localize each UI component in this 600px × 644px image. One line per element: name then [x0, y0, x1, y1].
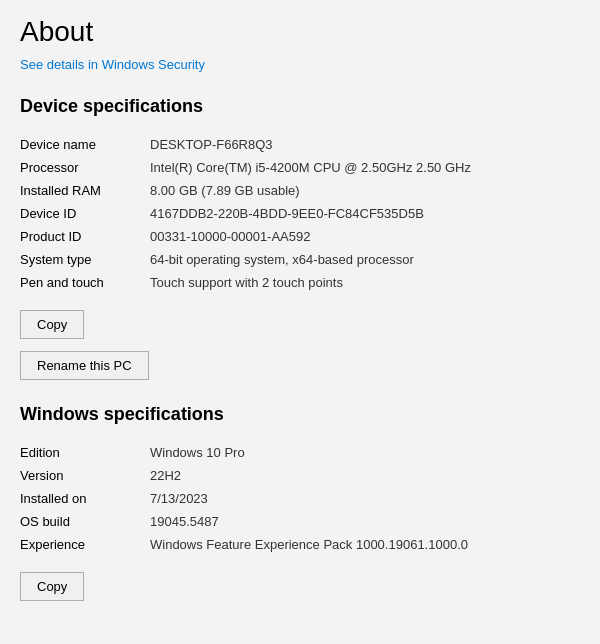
spec-value: 4167DDB2-220B-4BDD-9EE0-FC84CF535D5B — [150, 202, 580, 225]
spec-label: Device name — [20, 133, 150, 156]
spec-value: Windows 10 Pro — [150, 441, 580, 464]
spec-label: Product ID — [20, 225, 150, 248]
spec-label: Installed RAM — [20, 179, 150, 202]
table-row: Device ID 4167DDB2-220B-4BDD-9EE0-FC84CF… — [20, 202, 580, 225]
device-copy-button[interactable]: Copy — [20, 310, 84, 339]
spec-value: 7/13/2023 — [150, 487, 580, 510]
table-row: Pen and touch Touch support with 2 touch… — [20, 271, 580, 294]
spec-value: 64-bit operating system, x64-based proce… — [150, 248, 580, 271]
spec-label: Device ID — [20, 202, 150, 225]
table-row: System type 64-bit operating system, x64… — [20, 248, 580, 271]
windows-specs-title: Windows specifications — [20, 404, 580, 425]
spec-label: Experience — [20, 533, 150, 556]
security-link[interactable]: See details in Windows Security — [20, 57, 205, 72]
table-row: Processor Intel(R) Core(TM) i5-4200M CPU… — [20, 156, 580, 179]
spec-value: 22H2 — [150, 464, 580, 487]
device-specs-table: Device name DESKTOP-F66R8Q3 Processor In… — [20, 133, 580, 294]
spec-label: Processor — [20, 156, 150, 179]
spec-value: Touch support with 2 touch points — [150, 271, 580, 294]
table-row: Installed on 7/13/2023 — [20, 487, 580, 510]
spec-value: Intel(R) Core(TM) i5-4200M CPU @ 2.50GHz… — [150, 156, 580, 179]
spec-label: OS build — [20, 510, 150, 533]
spec-value: 8.00 GB (7.89 GB usable) — [150, 179, 580, 202]
spec-label: Version — [20, 464, 150, 487]
windows-specs-table: Edition Windows 10 Pro Version 22H2 Inst… — [20, 441, 580, 556]
table-row: Installed RAM 8.00 GB (7.89 GB usable) — [20, 179, 580, 202]
spec-label: Installed on — [20, 487, 150, 510]
device-specs-title: Device specifications — [20, 96, 580, 117]
table-row: Edition Windows 10 Pro — [20, 441, 580, 464]
spec-value: 19045.5487 — [150, 510, 580, 533]
table-row: Device name DESKTOP-F66R8Q3 — [20, 133, 580, 156]
table-row: OS build 19045.5487 — [20, 510, 580, 533]
table-row: Experience Windows Feature Experience Pa… — [20, 533, 580, 556]
spec-value: Windows Feature Experience Pack 1000.190… — [150, 533, 580, 556]
windows-copy-button[interactable]: Copy — [20, 572, 84, 601]
spec-value: DESKTOP-F66R8Q3 — [150, 133, 580, 156]
table-row: Version 22H2 — [20, 464, 580, 487]
spec-value: 00331-10000-00001-AA592 — [150, 225, 580, 248]
page-title: About — [20, 16, 580, 48]
table-row: Product ID 00331-10000-00001-AA592 — [20, 225, 580, 248]
spec-label: Pen and touch — [20, 271, 150, 294]
spec-label: System type — [20, 248, 150, 271]
spec-label: Edition — [20, 441, 150, 464]
rename-pc-button[interactable]: Rename this PC — [20, 351, 149, 380]
